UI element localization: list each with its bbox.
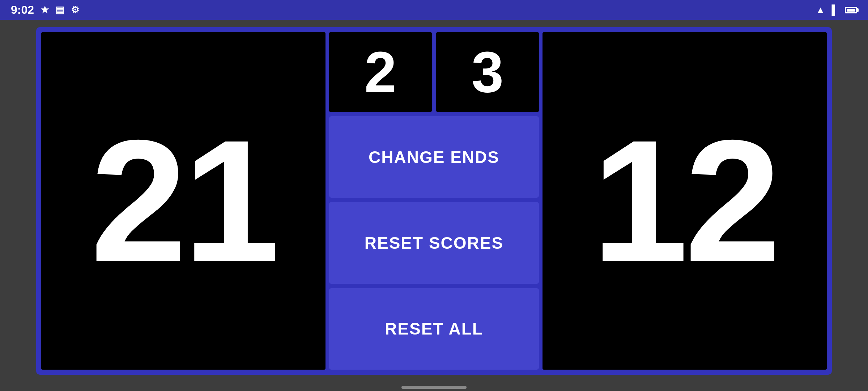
set-score-right-box[interactable]: 3 (436, 32, 539, 112)
set-scores-row: 2 3 (329, 32, 539, 112)
status-time: 9:02 (11, 3, 34, 17)
nav-bar (0, 382, 868, 391)
buttons-area: CHANGE ENDS RESET SCORES RESET ALL (329, 116, 539, 370)
reset-all-button[interactable]: RESET ALL (329, 288, 539, 370)
sd-card-icon: ▤ (55, 4, 64, 16)
scoreboard-container: 21 2 3 CHANGE ENDS RESET SCORES RESET AL… (36, 27, 832, 375)
set-score-left: 2 (365, 39, 397, 105)
right-score-panel[interactable]: 12 (542, 32, 827, 370)
status-left: 9:02 ★ ▤ ⚙ (11, 3, 79, 17)
left-score-panel[interactable]: 21 (41, 32, 326, 370)
reset-scores-button[interactable]: RESET SCORES (329, 202, 539, 283)
left-score: 21 (90, 114, 276, 288)
battery-icon (845, 7, 857, 13)
signal-icon: ▲ (816, 4, 825, 16)
signal-bars-icon: ▌ (832, 4, 838, 16)
set-score-left-box[interactable]: 2 (329, 32, 432, 112)
right-score: 12 (592, 114, 778, 288)
status-right: ▲ ▌ (816, 4, 857, 16)
settings-icon: ⚙ (71, 4, 79, 16)
connectivity-icon: ★ (41, 4, 49, 16)
set-score-right: 3 (472, 39, 504, 105)
home-indicator[interactable] (401, 386, 467, 389)
center-panel: 2 3 CHANGE ENDS RESET SCORES RESET ALL (329, 32, 539, 370)
change-ends-button[interactable]: CHANGE ENDS (329, 116, 539, 198)
scoreboard-inner: 21 2 3 CHANGE ENDS RESET SCORES RESET AL… (41, 32, 827, 370)
status-bar: 9:02 ★ ▤ ⚙ ▲ ▌ (0, 0, 868, 20)
